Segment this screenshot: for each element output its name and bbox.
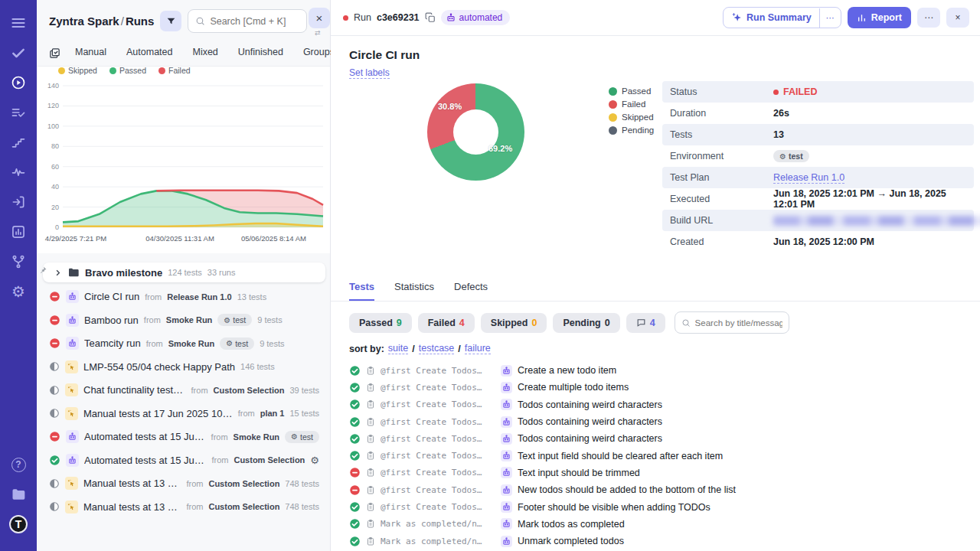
- test-status-icon: [349, 365, 361, 377]
- run-from-label: from: [186, 502, 203, 511]
- run-settings-gear-icon[interactable]: ⚙: [310, 455, 319, 466]
- steps-icon[interactable]: [6, 130, 31, 155]
- breadcrumb[interactable]: Zyntra Spark/Runs: [49, 15, 154, 28]
- run-list-item[interactable]: Circle CI run fromRelease Run 1.0 13 tes…: [43, 288, 325, 306]
- panel-resize-icon[interactable]: ⇄: [315, 29, 321, 37]
- filter-chip-comments[interactable]: 4: [626, 313, 665, 333]
- run-list-item[interactable]: Manual tests at 13 Jun 2025 12:17 fromCu…: [43, 474, 325, 493]
- runs-search[interactable]: [188, 9, 307, 33]
- import-icon[interactable]: [6, 190, 31, 214]
- trend-legend-item: Skipped: [58, 66, 97, 75]
- gear-icon: ⚙: [224, 316, 230, 324]
- test-row[interactable]: @first Create Todos… Text input field sh…: [349, 447, 980, 464]
- test-row[interactable]: @first Create Todos… Todos containing we…: [349, 413, 980, 430]
- run-list-item[interactable]: LMP-554 05/04 check Happy Path 146 tests: [43, 357, 325, 376]
- tests-search[interactable]: [675, 311, 789, 334]
- panel-close-button[interactable]: ×: [309, 8, 330, 28]
- close-run-button[interactable]: ×: [946, 8, 969, 28]
- test-row[interactable]: @first Create Todos… Footer should be vi…: [349, 498, 980, 515]
- runs-list: Bravo milestone 124 tests 33 runs Circle…: [37, 253, 330, 516]
- run-list-item[interactable]: Teamcity run fromSmoke Run ⚙test 9 tests: [43, 334, 325, 353]
- detail-row: Tests13: [662, 124, 974, 145]
- run-list-item[interactable]: Bamboo run fromSmoke Run ⚙test 9 tests: [43, 311, 325, 329]
- select-runs-icon[interactable]: [49, 46, 65, 59]
- test-row[interactable]: @first Create Todos… New todos should be…: [349, 481, 980, 498]
- run-type-tab-mixed[interactable]: Mixed: [182, 44, 227, 60]
- run-list-item[interactable]: Automated tests at 15 Jun 2025 15:01 fro…: [43, 451, 325, 469]
- run-from-label: from: [146, 339, 163, 348]
- breadcrumb-page: Runs: [126, 15, 155, 28]
- branch-icon[interactable]: [6, 249, 31, 274]
- clipboard-icon: [366, 519, 375, 529]
- test-row[interactable]: Mark as completed/n… Unmark completed to…: [349, 533, 980, 549]
- run-tests-count: 39 tests: [289, 386, 319, 395]
- donut-failed-label: 30.8%: [438, 102, 462, 111]
- chevron-right-icon[interactable]: [54, 269, 62, 277]
- report-button[interactable]: Report: [848, 7, 911, 28]
- tab-statistics[interactable]: Statistics: [394, 281, 434, 301]
- more-actions-button[interactable]: ⋯: [917, 8, 940, 28]
- run-from-label: from: [144, 315, 161, 324]
- test-row[interactable]: @first Create Todos… Todos containing we…: [349, 396, 980, 413]
- sort-link-suite[interactable]: suite: [388, 343, 408, 354]
- runs-search-input[interactable]: [210, 16, 299, 27]
- activity-icon[interactable]: [6, 160, 31, 184]
- run-type-tab-manual[interactable]: Manual: [65, 44, 116, 60]
- run-list-item[interactable]: Automated tests at 15 Jun 2025 15:08 fro…: [43, 428, 325, 446]
- detail-value: Jun 18, 2025 12:00 PM: [773, 236, 874, 247]
- svg-text:04/30/2025 11:31 AM: 04/30/2025 11:31 AM: [145, 234, 214, 243]
- menu-icon[interactable]: [6, 11, 31, 35]
- sort-link-failure[interactable]: failure: [465, 343, 491, 354]
- tab-tests[interactable]: Tests: [349, 281, 374, 301]
- test-row[interactable]: @first Create Todos… Create multiple tod…: [349, 379, 980, 396]
- test-row[interactable]: @first Create Todos… Text input should b…: [349, 465, 980, 481]
- run-type-tab-unfinished[interactable]: Unfinished: [228, 44, 293, 60]
- detail-label: Created: [670, 236, 773, 247]
- filter-chip-skipped[interactable]: Skipped 0: [481, 313, 547, 333]
- test-plan-link[interactable]: Release Run 1.0: [773, 172, 844, 184]
- detail-label: Status: [670, 86, 773, 97]
- tests-search-input[interactable]: [695, 318, 782, 328]
- clipboard-icon: [366, 399, 375, 409]
- gear-icon[interactable]: ⚙: [6, 279, 31, 304]
- detail-label: Duration: [670, 108, 773, 119]
- env-badge: ⚙test: [773, 150, 809, 162]
- run-summary-more-button[interactable]: ⋯: [819, 8, 841, 28]
- run-summary-split-button: Run Summary ⋯: [723, 7, 841, 28]
- svg-text:120: 120: [47, 102, 59, 109]
- play-circle-icon[interactable]: [6, 70, 31, 95]
- filter-chip-failed[interactable]: Failed 4: [418, 313, 475, 333]
- help-icon[interactable]: ?: [6, 452, 31, 477]
- app-logo[interactable]: T: [6, 512, 31, 536]
- detail-value: 13: [773, 129, 784, 140]
- detail-label: Environment: [670, 151, 773, 161]
- set-labels-link[interactable]: Set labels: [349, 67, 390, 79]
- run-list-item[interactable]: Manual tests at 17 Jun 2025 10:09 frompl…: [43, 404, 325, 422]
- run-list-item[interactable]: Chat functinality test Copy fromCustom S…: [43, 381, 325, 399]
- svg-text:140: 140: [47, 82, 59, 90]
- run-source: Custom Selection: [214, 386, 285, 395]
- tab-defects[interactable]: Defects: [454, 281, 488, 301]
- test-row[interactable]: @first Create Todos… Create a new todo i…: [349, 362, 980, 379]
- test-title: Mark todos as completed: [518, 519, 625, 530]
- copy-icon[interactable]: [425, 12, 436, 23]
- test-row[interactable]: Mark as completed/n… Mark todos as compl…: [349, 516, 980, 533]
- check-icon[interactable]: [6, 41, 31, 65]
- run-list-item[interactable]: Manual tests at 13 Jun 2025 12:16 fromCu…: [43, 497, 325, 516]
- search-icon: [195, 16, 205, 26]
- bar-chart-icon[interactable]: [6, 220, 31, 244]
- run-type-tab-automated[interactable]: Automated: [116, 44, 182, 60]
- run-summary-button[interactable]: Run Summary: [724, 8, 819, 28]
- sort-link-testcase[interactable]: testcase: [419, 343, 455, 354]
- filter-chip-passed[interactable]: Passed 9: [349, 313, 412, 333]
- detail-row: StatusFAILED: [662, 81, 974, 103]
- run-item-title: Bamboo run: [84, 315, 139, 326]
- test-row[interactable]: @first Create Todos… Todos containing we…: [349, 430, 980, 447]
- run-folder-row[interactable]: Bravo milestone 124 tests 33 runs: [43, 262, 325, 282]
- breadcrumb-project[interactable]: Zyntra Spark: [49, 15, 119, 28]
- list-check-icon[interactable]: [6, 100, 31, 125]
- filter-chip-pending[interactable]: Pending 0: [553, 313, 619, 333]
- projects-folder-icon[interactable]: [6, 482, 31, 507]
- filter-button[interactable]: [160, 11, 181, 31]
- test-title: Text input should be trimmed: [518, 468, 640, 478]
